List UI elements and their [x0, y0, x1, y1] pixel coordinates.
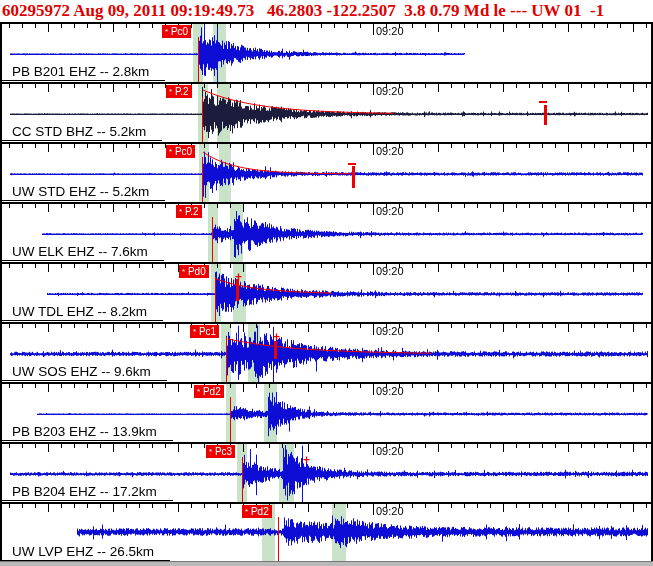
event-summary-text: 60295972 Aug 09, 2011 09:19:49.73 46.280… [2, 1, 604, 21]
trace-panel-b204: * Pc309:20+PB B204 EHZ -- 17.2km [2, 444, 651, 504]
amplitude-pick-marker[interactable]: + [235, 273, 242, 281]
station-label: CC STD BHZ -- 5.2km [2, 124, 162, 141]
pick-flag-star: * [193, 327, 196, 336]
coda-duration-marker[interactable] [352, 166, 355, 188]
pick-flag-star: * [165, 27, 168, 36]
coda-duration-marker[interactable] [544, 105, 547, 125]
trace-panel-tdl: * Pd009:20+UW TDL EHZ -- 8.2km [2, 264, 651, 324]
station-label: UW TDL EHZ -- 8.2km [2, 304, 163, 321]
station-label: PB B203 EHZ -- 13.9km [2, 424, 173, 441]
time-label: 09:20 [376, 265, 404, 277]
pick-phase-label: Pc0 [171, 26, 188, 37]
time-label: 09:20 [376, 145, 404, 157]
station-label: UW ELK EHZ -- 7.6km [2, 244, 164, 261]
time-label: 09:20 [376, 385, 404, 397]
pick-flag-star: * [182, 267, 185, 276]
station-label: UW SOS EHZ -- 9.6km [2, 364, 167, 381]
time-label: 09:20 [376, 445, 404, 457]
time-label: 09:20 [376, 505, 404, 517]
time-label: 09:20 [376, 25, 404, 37]
amplitude-pick-marker[interactable]: + [273, 333, 280, 341]
pick-phase-label: Pd2 [251, 506, 269, 517]
pick-phase-label: P.2 [175, 86, 189, 97]
pick-flag[interactable]: * P.2 [176, 205, 202, 218]
pick-phase-label: Pc1 [199, 326, 216, 337]
time-label: 09:20 [376, 205, 404, 217]
pick-flag[interactable]: * Pc3 [206, 445, 235, 458]
pick-flag-star: * [169, 87, 172, 96]
pick-flag[interactable]: * P.2 [166, 85, 192, 98]
seismogram-viewer-window: 60295972 Aug 09, 2011 09:19:49.73 46.280… [0, 0, 653, 566]
amplitude-pick-marker[interactable]: + [303, 456, 310, 464]
marker-dash[interactable] [539, 101, 547, 103]
time-label: 09:20 [376, 85, 404, 97]
pick-flag-star: * [179, 207, 182, 216]
time-label: 09:20 [376, 325, 404, 337]
pick-flag-star: * [245, 507, 248, 516]
station-label: PB B204 EHZ -- 17.2km [2, 484, 173, 501]
trace-panel-elk: * P.209:20UW ELK EHZ -- 7.6km [2, 204, 651, 264]
station-label: UW STD EHZ -- 5.2km [2, 184, 165, 201]
station-label: UW LVP EHZ -- 26.5km [2, 544, 170, 561]
marker-dash[interactable] [348, 163, 356, 165]
pick-flag-star: * [169, 147, 172, 156]
pick-flag-star: * [197, 387, 200, 396]
pick-flag[interactable]: * Pd2 [242, 505, 272, 518]
trace-panel-std: * Pc009:20UW STD EHZ -- 5.2km [2, 144, 651, 204]
trace-panel-sos: * Pc109:20+UW SOS EHZ -- 9.6km [2, 324, 651, 384]
pick-phase-label: Pc3 [215, 446, 232, 457]
pick-flag[interactable]: * Pd2 [194, 385, 224, 398]
station-label: PB B201 EHZ -- 2.8km [2, 64, 165, 81]
pick-flag[interactable]: * Pc1 [190, 325, 219, 338]
pick-phase-label: P.2 [185, 206, 199, 217]
pick-phase-label: Pd2 [203, 386, 221, 397]
trace-plot-area: * Pc009:20PB B201 EHZ -- 2.8km* P.209:20… [0, 22, 653, 564]
pick-flag[interactable]: * Pc0 [166, 145, 195, 158]
pick-flag[interactable]: * Pd0 [179, 265, 209, 278]
window-bottom-edge [0, 561, 653, 566]
pick-phase-label: Pc0 [175, 146, 192, 157]
trace-panel-std: * P.209:20CC STD BHZ -- 5.2km [2, 84, 651, 144]
trace-panel-lvp: * Pd209:20UW LVP EHZ -- 26.5km [2, 504, 651, 564]
event-header: 60295972 Aug 09, 2011 09:19:49.73 46.280… [0, 0, 653, 22]
trace-panel-b203: * Pd209:20PB B203 EHZ -- 13.9km [2, 384, 651, 444]
pick-flag-star: * [209, 447, 212, 456]
pick-flag[interactable]: * Pc0 [162, 25, 191, 38]
trace-panel-b201: * Pc009:20PB B201 EHZ -- 2.8km [2, 24, 651, 84]
pick-phase-label: Pd0 [188, 266, 206, 277]
